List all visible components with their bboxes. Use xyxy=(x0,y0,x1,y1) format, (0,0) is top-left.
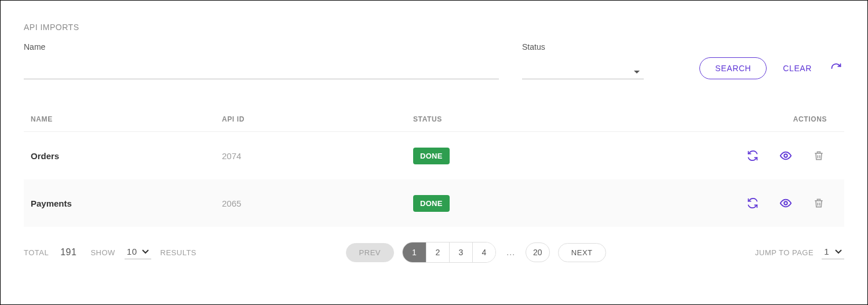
table-row: Orders2074DONE xyxy=(24,132,844,180)
cell-api-id: 2074 xyxy=(215,132,406,180)
cell-name: Orders xyxy=(24,132,215,180)
col-header-actions: ACTIONS xyxy=(705,107,844,132)
last-page-button[interactable]: 20 xyxy=(526,242,550,262)
refresh-icon xyxy=(830,63,842,74)
jump-page-select[interactable]: 1 xyxy=(822,245,844,259)
row-actions xyxy=(712,194,837,212)
eye-icon xyxy=(779,149,792,162)
status-filter-label: Status xyxy=(522,42,644,52)
svg-point-1 xyxy=(784,201,787,205)
filters-row: Name Status SEARCH CLEAR xyxy=(24,42,844,79)
name-filter-field: Name xyxy=(24,42,499,79)
view-button[interactable] xyxy=(777,194,794,212)
jump-label: JUMP TO PAGE xyxy=(755,248,814,257)
search-button[interactable]: SEARCH xyxy=(699,57,767,79)
jump-page-value: 1 xyxy=(824,247,829,256)
name-filter-input[interactable] xyxy=(24,62,499,79)
col-header-status: STATUS xyxy=(406,107,705,132)
total-value: 191 xyxy=(60,247,76,258)
table-footer: TOTAL 191 SHOW 10 RESULTS PREV 1234 ... … xyxy=(24,242,844,263)
next-page-button[interactable]: NEXT xyxy=(558,243,606,262)
cell-status: DONE xyxy=(406,179,705,227)
cell-api-id: 2065 xyxy=(215,179,406,227)
name-filter-label: Name xyxy=(24,42,499,52)
pagination: PREV 1234 ... 20 NEXT xyxy=(346,242,606,263)
page-size-select[interactable]: 10 xyxy=(125,245,151,259)
svg-point-0 xyxy=(784,154,787,157)
chevron-down-icon xyxy=(835,249,842,254)
chevron-down-icon xyxy=(142,249,149,254)
jump-to-page: JUMP TO PAGE 1 xyxy=(755,245,844,259)
col-header-api-id: API ID xyxy=(215,107,406,132)
sync-icon xyxy=(747,197,758,209)
col-header-name: NAME xyxy=(24,107,215,132)
delete-button[interactable] xyxy=(811,195,827,211)
filter-actions: SEARCH CLEAR xyxy=(699,57,844,79)
results-label: RESULTS xyxy=(161,248,197,257)
resync-button[interactable] xyxy=(745,148,761,164)
view-button[interactable] xyxy=(777,147,794,164)
pagination-ellipsis: ... xyxy=(504,247,517,258)
table-row: Payments2065DONE xyxy=(24,179,844,227)
row-actions xyxy=(712,147,837,164)
page-number-group: 1234 xyxy=(402,242,496,263)
status-badge: DONE xyxy=(413,195,450,212)
cell-status: DONE xyxy=(406,132,705,180)
imports-table: NAME API ID STATUS ACTIONS Orders2074DON… xyxy=(24,107,844,227)
cell-name: Payments xyxy=(24,179,215,227)
clear-button[interactable]: CLEAR xyxy=(783,64,812,73)
status-badge: DONE xyxy=(413,148,450,164)
total-label: TOTAL xyxy=(24,248,49,257)
section-title: API IMPORTS xyxy=(24,23,844,32)
status-filter-field: Status xyxy=(522,42,644,79)
show-label: SHOW xyxy=(90,248,115,257)
page-size-value: 10 xyxy=(127,247,137,256)
refresh-button[interactable] xyxy=(828,60,844,76)
sync-icon xyxy=(747,150,758,161)
eye-icon xyxy=(779,197,792,210)
page-button-2[interactable]: 2 xyxy=(426,242,449,262)
delete-button[interactable] xyxy=(811,148,827,164)
page-button-1[interactable]: 1 xyxy=(403,242,426,262)
resync-button[interactable] xyxy=(745,195,761,211)
prev-page-button[interactable]: PREV xyxy=(346,243,394,262)
trash-icon xyxy=(813,197,825,209)
trash-icon xyxy=(813,150,825,161)
status-filter-select[interactable] xyxy=(522,62,644,79)
page-button-4[interactable]: 4 xyxy=(472,242,495,262)
page-button-3[interactable]: 3 xyxy=(449,242,472,262)
